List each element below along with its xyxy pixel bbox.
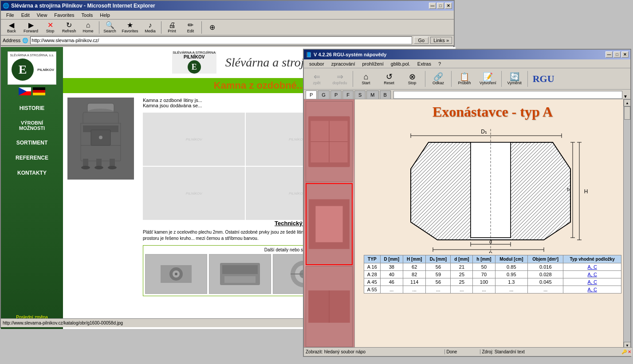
cell-h: 114 <box>403 278 426 286</box>
home-button[interactable]: ⌂ Home <box>79 20 97 35</box>
forward-label: Forward <box>24 29 38 33</box>
rgu-sep-1 <box>353 71 353 87</box>
ie-maximize-button[interactable]: □ <box>437 3 444 9</box>
tab-p2[interactable]: P <box>330 90 342 99</box>
tab-p1[interactable]: P <box>306 90 317 99</box>
rgu-vytvoreni-button[interactable]: 📝 Vytvoření <box>476 71 499 86</box>
rgu-back-button[interactable]: ⇐ zpět <box>306 71 328 86</box>
col-typ: TYP <box>364 255 381 263</box>
rgu-menu-soubor[interactable]: soubor <box>306 60 328 67</box>
nav-kontakty[interactable]: KONTAKTY <box>1 165 63 180</box>
rgu-maximize-button[interactable]: □ <box>613 51 621 58</box>
tab-g[interactable]: G <box>318 90 330 99</box>
edit-label: Edit <box>187 29 194 33</box>
menu-help[interactable]: Help <box>96 12 114 19</box>
nav-sortiment[interactable]: SORTIMENT <box>1 135 63 150</box>
rgu-forward-button[interactable]: ⇒ dopředu <box>329 71 351 86</box>
rgu-menu-extras[interactable]: Extras <box>414 60 435 67</box>
rgu-menu-zpracovani[interactable]: zpracování <box>328 60 359 67</box>
left-image-3 <box>306 266 353 347</box>
cell-link[interactable]: A, C <box>563 271 621 278</box>
cell-d: 46 <box>380 278 403 286</box>
rgu-menu-prohlizeni[interactable]: prohlížení <box>358 60 387 67</box>
rgu-vytvoreni-icon: 📝 <box>483 73 493 81</box>
tab-b[interactable]: B <box>380 90 391 99</box>
cell-typ: A 55 <box>364 286 381 294</box>
ie-minimize-button[interactable]: — <box>429 3 436 9</box>
refresh-button[interactable]: ↻ Refresh <box>60 20 79 35</box>
rgu-vymenit-icon: 🔄 <box>510 73 519 81</box>
rgu-stop-button[interactable]: ⊗ Stop <box>401 71 423 86</box>
cell-link[interactable]: A, C <box>563 286 621 294</box>
col-typ-podlozky: Typ vhodné podložky <box>563 255 621 263</box>
media-button[interactable]: ♪ Media <box>142 20 159 35</box>
tab-f[interactable]: F <box>342 90 354 99</box>
address-input[interactable] <box>30 36 412 44</box>
back-button[interactable]: ◀ Back <box>3 20 20 35</box>
rgu-menu-help[interactable]: ? <box>435 60 444 67</box>
menu-tools[interactable]: Tools <box>78 12 97 19</box>
rgu-odkaz-button[interactable]: 🔗 Odkaz <box>427 71 449 86</box>
favorites-button[interactable]: ★ Favorites <box>120 20 141 35</box>
rgu-logo-button[interactable]: RGU <box>530 73 558 85</box>
rgu-close-button[interactable]: ✕ <box>621 51 629 58</box>
ie-close-button[interactable]: ✕ <box>445 3 452 9</box>
search-icon: 🔍 <box>106 22 114 29</box>
search-button[interactable]: 🔍 Search <box>101 20 119 35</box>
stop-icon: ✕ <box>47 22 53 29</box>
cell-link[interactable]: A, C <box>563 278 621 286</box>
rgu-icon: 📘 <box>306 52 312 58</box>
rgu-dropdown-arrow[interactable]: ▼ <box>622 94 629 99</box>
nav-historie[interactable]: HISTORIE <box>1 101 63 116</box>
rgu-stop-icon: ⊗ <box>409 73 416 81</box>
menu-edit[interactable]: Edit <box>18 12 33 19</box>
msn-button[interactable]: ⊕ <box>204 23 221 32</box>
scroll-thumb[interactable] <box>624 106 630 120</box>
status-icon-1[interactable]: 🔑 <box>621 349 627 354</box>
rgu-search-input[interactable] <box>393 91 622 99</box>
col-d1: D₁ [mm] <box>426 255 451 263</box>
rgu-minimize-button[interactable]: — <box>605 51 613 58</box>
cell-dsmall: 25 <box>451 278 473 286</box>
tab-s[interactable]: S <box>354 90 366 99</box>
nav-reference[interactable]: REFERENCE <box>1 150 63 165</box>
go-button[interactable]: Go <box>414 37 429 44</box>
menu-file[interactable]: File <box>3 12 18 19</box>
cell-h: 62 <box>403 263 426 271</box>
menu-favorites[interactable]: Favorites <box>51 12 78 19</box>
rgu-reset-button[interactable]: ↺ Reset <box>378 71 400 86</box>
czech-flag[interactable] <box>19 87 31 95</box>
thumb-2[interactable] <box>209 254 271 294</box>
ie-window-icon: 🌐 <box>3 3 9 9</box>
rgu-prubeh-button[interactable]: 📋 Průběh <box>453 71 476 86</box>
rgu-vymenit-button[interactable]: 🔄 Vyměnit <box>503 71 526 86</box>
print-button[interactable]: 🖨 Print <box>163 20 181 35</box>
stop-button[interactable]: ✕ Stop <box>41 20 59 35</box>
links-button[interactable]: Links » <box>430 37 452 44</box>
forward-button[interactable]: ▶ Forward <box>21 20 40 35</box>
status-icon-2[interactable]: ✕ <box>628 349 631 354</box>
rgu-start-button[interactable]: ⌂ Start <box>355 71 377 86</box>
cell-modul: 0.85 <box>495 263 528 271</box>
nav-vyrobni-moznosti[interactable]: VÝROBNÍMOŽNOSTI <box>1 116 63 135</box>
address-label: Address <box>3 38 20 43</box>
cell-dsmall: ... <box>451 286 473 294</box>
menu-view[interactable]: View <box>33 12 51 19</box>
rgu-odkaz-icon: 🔗 <box>433 73 443 81</box>
ie-menubar: File Edit View Favorites Tools Help <box>1 11 454 20</box>
edit-button[interactable]: ✏ Edit <box>182 20 200 35</box>
rgu-home-icon: ⌂ <box>364 73 369 81</box>
tab-m[interactable]: M <box>366 90 378 99</box>
scroll-up-button[interactable]: ▲ <box>624 99 631 106</box>
edit-icon: ✏ <box>188 22 193 29</box>
technical-drawing: D₁ <box>355 125 630 253</box>
scroll-track[interactable] <box>624 106 630 342</box>
german-flag[interactable] <box>33 87 45 95</box>
thumb-1[interactable] <box>145 254 207 294</box>
header-logo-name: PILNÍKOV <box>173 55 215 59</box>
cell-objem: 0.028 <box>528 271 563 278</box>
rgu-menu-gblib[interactable]: gblib.pol. <box>387 60 414 67</box>
svg-text:H: H <box>584 188 588 195</box>
cell-link[interactable]: A, C <box>563 263 621 271</box>
sidebar: SLÉVÁRNA A STROJÍRNA, s.s. E PILNÍKOV <box>1 47 63 329</box>
